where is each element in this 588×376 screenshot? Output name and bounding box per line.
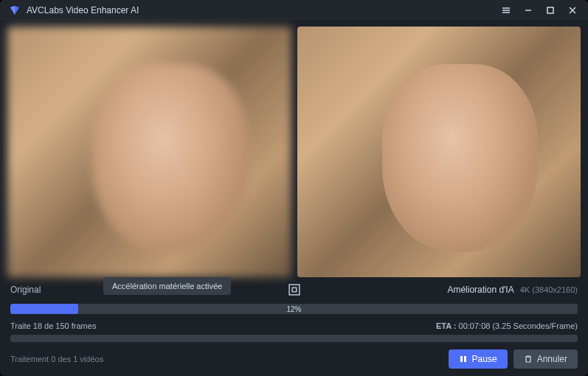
- preview-content: [382, 64, 538, 252]
- app-logo-icon: [9, 4, 21, 16]
- preview-original: [7, 27, 291, 277]
- hw-accel-tooltip: Accélération matérielle activée: [103, 277, 231, 295]
- label-enhanced: Amélioration d'IA: [447, 285, 513, 295]
- status-row: Traite 18 de 150 frames ETA : 00:07:08 (…: [0, 317, 588, 333]
- svg-rect-9: [460, 356, 463, 362]
- preview-area: [0, 21, 588, 280]
- frames-status: Traite 18 de 150 frames: [10, 321, 96, 330]
- label-resolution: 4K (3840x2160): [520, 285, 578, 294]
- queue-progress-bar: [10, 335, 578, 342]
- window-controls: [499, 4, 579, 17]
- close-icon[interactable]: [566, 4, 579, 17]
- label-original: Original: [10, 285, 41, 295]
- bottom-row: Traitement 0 des 1 vidéos Pause Annuler: [0, 344, 588, 376]
- pause-label: Pause: [472, 354, 497, 364]
- pause-icon: [459, 355, 468, 363]
- titlebar: AVCLabs Video Enhancer AI: [0, 0, 588, 21]
- trash-icon: [524, 355, 533, 363]
- frame-progress-bar: 12%: [10, 304, 578, 314]
- app-title: AVCLabs Video Enhancer AI: [27, 5, 139, 15]
- queue-status: Traitement 0 des 1 vidéos: [10, 355, 103, 363]
- menu-icon[interactable]: [499, 4, 513, 17]
- cancel-button[interactable]: Annuler: [513, 349, 578, 369]
- eta-status: ETA : 00:07:08 (3.25 Secondes/Frame): [436, 321, 578, 330]
- progress-section: 12%: [0, 301, 588, 317]
- compare-toggle-icon[interactable]: [286, 282, 302, 298]
- preview-content: [92, 64, 248, 252]
- frame-progress-fill: [10, 304, 78, 314]
- cancel-label: Annuler: [537, 354, 567, 364]
- progress-percent-label: 12%: [286, 305, 301, 313]
- svg-rect-4: [547, 7, 553, 13]
- svg-rect-10: [464, 356, 466, 362]
- eta-value: 00:07:08 (3.25 Secondes/Frame): [459, 321, 578, 330]
- action-buttons: Pause Annuler: [449, 349, 578, 369]
- pause-button[interactable]: Pause: [449, 349, 508, 369]
- title-left: AVCLabs Video Enhancer AI: [9, 4, 139, 16]
- preview-enhanced: [297, 27, 581, 277]
- maximize-icon[interactable]: [544, 4, 557, 17]
- labels-row: Original Accélération matérielle activée…: [0, 280, 588, 301]
- eta-label: ETA :: [436, 321, 457, 330]
- svg-rect-8: [292, 288, 297, 292]
- svg-rect-7: [289, 285, 300, 295]
- minimize-icon[interactable]: [522, 4, 535, 17]
- app-window: AVCLabs Video Enhancer AI Original Ac: [0, 0, 588, 376]
- label-enhanced-group: Amélioration d'IA 4K (3840x2160): [447, 285, 578, 295]
